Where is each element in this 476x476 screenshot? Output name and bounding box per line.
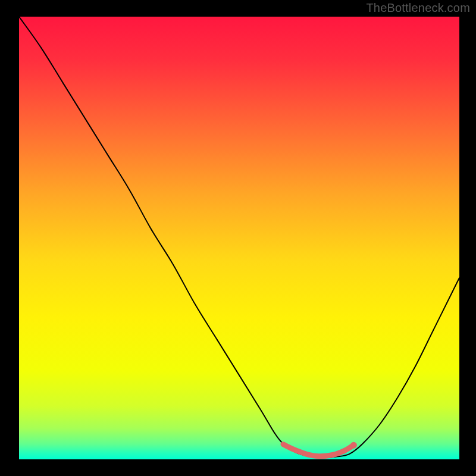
optimal-flat-region	[283, 444, 353, 456]
chart-frame: TheBottleneck.com	[0, 0, 476, 476]
attribution-text: TheBottleneck.com	[366, 1, 470, 15]
plot-area	[19, 17, 459, 459]
curve-layer	[19, 17, 459, 459]
optimal-region-end-dot	[350, 442, 357, 449]
bottleneck-curve	[19, 17, 459, 458]
